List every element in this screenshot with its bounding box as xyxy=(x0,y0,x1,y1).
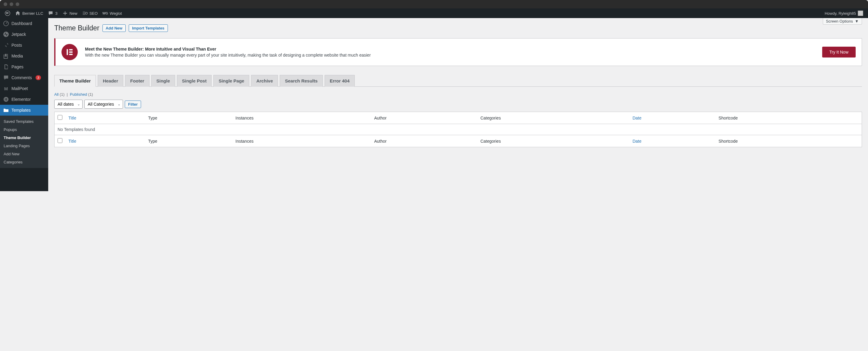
notice-title: Meet the New Theme Builder: More Intuiti… xyxy=(85,47,815,51)
view-all-link[interactable]: All xyxy=(54,92,59,97)
tab-search-results[interactable]: Search Results xyxy=(280,75,322,87)
new-label: New xyxy=(70,11,78,16)
view-separator: | xyxy=(67,92,67,97)
select-all-checkbox[interactable] xyxy=(58,115,62,120)
templates-submenu: Saved Templates Popups Theme Builder Lan… xyxy=(0,115,48,168)
site-name-label: Bernier LLC xyxy=(22,11,43,16)
svg-rect-8 xyxy=(5,98,5,100)
admin-bar: Bernier LLC 3 New SEO WG Weglot Howdy, xyxy=(0,8,868,18)
select-all-checkbox-bottom[interactable] xyxy=(58,138,62,143)
pin-icon xyxy=(3,42,9,48)
admin-sidebar: Dashboard Jetpack Posts Media Pages Comm… xyxy=(0,18,48,191)
notice-text: With the new Theme Builder you can visua… xyxy=(85,53,815,58)
sidebar-item-posts[interactable]: Posts xyxy=(0,40,48,50)
try-it-now-button[interactable]: Try It Now xyxy=(822,47,856,58)
col-date[interactable]: Date xyxy=(629,112,715,124)
svg-point-6 xyxy=(3,32,9,37)
tab-header[interactable]: Header xyxy=(98,75,123,87)
comments-count: 3 xyxy=(55,11,57,16)
tab-footer[interactable]: Footer xyxy=(125,75,150,87)
col-type: Type xyxy=(145,135,232,147)
add-new-button[interactable]: Add New xyxy=(102,24,126,32)
templates-table: Title Type Instances Author Categories D… xyxy=(54,112,862,147)
submenu-theme-builder[interactable]: Theme Builder xyxy=(0,134,48,142)
submenu-categories[interactable]: Categories xyxy=(0,158,48,166)
comments-count-badge: 3 xyxy=(36,75,41,80)
tab-archive[interactable]: Archive xyxy=(251,75,278,87)
account-link[interactable]: Howdy, Ryleigh85 xyxy=(822,8,866,18)
sidebar-item-label: Media xyxy=(11,54,23,59)
date-filter-select[interactable]: All dates xyxy=(54,100,83,109)
col-shortcode: Shortcode xyxy=(715,135,862,147)
svg-rect-12 xyxy=(67,49,68,55)
col-author: Author xyxy=(371,135,477,147)
sidebar-item-templates[interactable]: Templates xyxy=(0,105,48,115)
col-title[interactable]: Title xyxy=(65,112,145,124)
sidebar-item-pages[interactable]: Pages xyxy=(0,61,48,72)
comments-icon xyxy=(3,75,9,81)
sidebar-item-elementor[interactable]: Elementor xyxy=(0,94,48,105)
sidebar-item-comments[interactable]: Comments 3 xyxy=(0,72,48,83)
chevron-down-icon: ▼ xyxy=(855,19,859,24)
wp-logo[interactable] xyxy=(2,8,13,18)
traffic-light-zoom[interactable] xyxy=(16,2,19,6)
tab-single[interactable]: Single xyxy=(151,75,175,87)
import-templates-button[interactable]: Import Templates xyxy=(129,24,167,32)
submenu-add-new[interactable]: Add New xyxy=(0,150,48,158)
dashboard-icon xyxy=(3,21,9,27)
sidebar-item-mailpoet[interactable]: M MailPoet xyxy=(0,83,48,94)
sidebar-item-label: Dashboard xyxy=(11,21,32,26)
sidebar-item-label: Posts xyxy=(11,43,22,47)
page-title: Theme Builder xyxy=(54,24,99,32)
site-name-link[interactable]: Bernier LLC xyxy=(13,8,45,18)
seo-label: SEO xyxy=(90,11,98,16)
col-title[interactable]: Title xyxy=(65,135,145,147)
col-categories: Categories xyxy=(477,112,629,124)
seo-icon xyxy=(82,10,88,16)
comments-link[interactable]: 3 xyxy=(45,8,60,18)
svg-rect-15 xyxy=(69,54,73,55)
tab-single-post[interactable]: Single Post xyxy=(177,75,212,87)
sidebar-item-label: Pages xyxy=(11,64,24,69)
svg-rect-10 xyxy=(6,99,7,100)
tab-theme-builder[interactable]: Theme Builder xyxy=(54,75,96,87)
plus-icon xyxy=(62,10,68,16)
submenu-saved-templates[interactable]: Saved Templates xyxy=(0,117,48,126)
view-published-link[interactable]: Published xyxy=(70,92,87,97)
weglot-link[interactable]: WG Weglot xyxy=(100,8,124,18)
folder-icon xyxy=(3,107,9,113)
wordpress-icon xyxy=(5,10,10,16)
view-published-count: (1) xyxy=(88,92,93,97)
view-all-count: (1) xyxy=(60,92,64,97)
svg-rect-11 xyxy=(6,100,7,101)
comment-icon xyxy=(48,10,53,16)
jetpack-icon xyxy=(3,31,9,37)
category-filter-select[interactable]: All Categories xyxy=(84,100,123,109)
seo-link[interactable]: SEO xyxy=(80,8,100,18)
sidebar-item-dashboard[interactable]: Dashboard xyxy=(0,18,48,29)
avatar xyxy=(858,10,863,16)
tab-single-page[interactable]: Single Page xyxy=(213,75,249,87)
submenu-popups[interactable]: Popups xyxy=(0,126,48,134)
tab-error-404[interactable]: Error 404 xyxy=(324,75,355,87)
col-instances: Instances xyxy=(232,112,371,124)
sidebar-item-media[interactable]: Media xyxy=(0,50,48,61)
table-empty-row: No Templates found xyxy=(55,124,862,135)
new-content-link[interactable]: New xyxy=(60,8,80,18)
empty-message: No Templates found xyxy=(55,124,862,135)
traffic-light-minimize[interactable] xyxy=(10,2,13,6)
media-icon xyxy=(3,53,9,59)
window-titlebar xyxy=(0,0,868,8)
submenu-landing-pages[interactable]: Landing Pages xyxy=(0,142,48,150)
filter-button[interactable]: Filter xyxy=(125,101,141,108)
sidebar-item-label: MailPoet xyxy=(11,86,28,91)
weglot-icon: WG xyxy=(102,10,108,16)
col-categories: Categories xyxy=(477,135,629,147)
sidebar-item-label: Jetpack xyxy=(11,32,26,37)
theme-builder-notice: Meet the New Theme Builder: More Intuiti… xyxy=(54,38,862,66)
mailpoet-icon: M xyxy=(3,85,9,92)
sidebar-item-jetpack[interactable]: Jetpack xyxy=(0,29,48,40)
col-date[interactable]: Date xyxy=(629,135,715,147)
screen-options-toggle[interactable]: Screen Options ▼ xyxy=(823,18,862,25)
traffic-light-close[interactable] xyxy=(4,2,7,6)
